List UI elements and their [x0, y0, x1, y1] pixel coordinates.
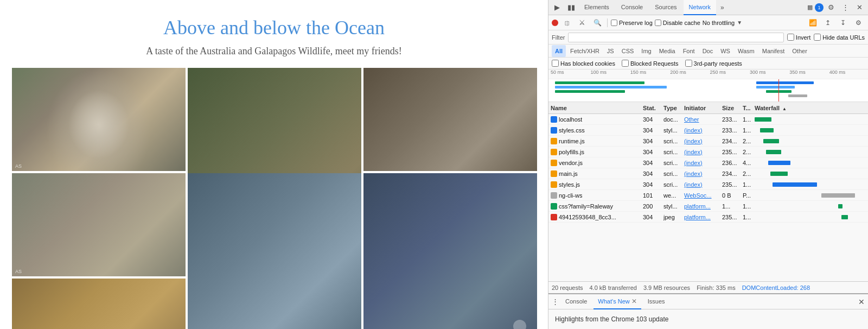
hide-data-urls-label[interactable]: Hide data URLs	[814, 34, 865, 41]
cell-initiator-6: (index)	[684, 181, 722, 188]
photo-koala	[12, 68, 186, 171]
type-tab-wasm[interactable]: Wasm	[735, 45, 758, 57]
bottom-menu-icon[interactable]: ⋮	[552, 298, 559, 306]
filter-input[interactable]	[568, 33, 783, 42]
settings-icon[interactable]: ⚙	[825, 1, 838, 14]
cell-waterfall-6	[755, 179, 866, 190]
photo-iguana	[363, 68, 537, 171]
import-icon[interactable]: ↥	[821, 16, 834, 29]
cell-size-2: 234...	[722, 138, 743, 144]
tab-console[interactable]: Console	[616, 0, 648, 15]
type-tab-doc[interactable]: Doc	[699, 45, 717, 57]
type-tab-img[interactable]: Img	[638, 45, 654, 57]
header-initiator[interactable]: Initiator	[684, 105, 722, 111]
cell-time-7: P...	[743, 192, 755, 199]
close-devtools-icon[interactable]: ✕	[853, 1, 866, 14]
cell-initiator-9: platform...	[684, 214, 722, 220]
table-row[interactable]: styles.js 304 scri... (index) 235... 1..…	[548, 179, 868, 190]
blocked-requests-label[interactable]: Blocked Requests	[622, 60, 679, 67]
table-row[interactable]: localhost 304 doc... Other 233... 1...	[548, 114, 868, 125]
export-icon[interactable]: ↧	[837, 16, 850, 29]
header-status[interactable]: Stat.	[643, 105, 663, 111]
type-tab-fetch[interactable]: Fetch/XHR	[567, 45, 603, 57]
preserve-log-label[interactable]: Preserve log	[611, 20, 653, 26]
filter-icon[interactable]: ⚔	[576, 16, 589, 29]
record-icon[interactable]	[552, 20, 558, 26]
tab-more[interactable]: »	[717, 4, 727, 11]
settings2-icon[interactable]: ⚙	[852, 16, 865, 29]
search-icon[interactable]: 🔍	[591, 16, 604, 29]
type-tab-manifest[interactable]: Manifest	[759, 45, 788, 57]
whats-new-close[interactable]: ✕	[631, 298, 637, 305]
manta-image	[363, 173, 537, 329]
table-row[interactable]: vendor.js 304 scri... (index) 236... 4..…	[548, 157, 868, 168]
cell-size-3: 235...	[722, 149, 743, 155]
blocked-requests-checkbox[interactable]	[622, 60, 629, 67]
type-tab-all[interactable]: All	[552, 45, 566, 57]
invert-label[interactable]: Invert	[787, 34, 811, 41]
cell-size-5: 234...	[722, 170, 743, 177]
cell-type-4: scri...	[663, 160, 684, 166]
cell-name-2: runtime.js	[551, 138, 643, 144]
device-icon[interactable]: ▮▮	[565, 1, 578, 14]
has-blocked-cookies-checkbox[interactable]	[552, 60, 559, 67]
cell-size-4: 236...	[722, 160, 743, 166]
tl-bar-5	[756, 86, 795, 88]
cell-type-1: styl...	[663, 127, 684, 134]
bottom-tab-console[interactable]: Console	[561, 294, 591, 309]
table-row[interactable]: styles.css 304 styl... (index) 233... 1.…	[548, 125, 868, 136]
table-row[interactable]: ng-cli-ws 101 we... WebSoc... 0 B P...	[548, 190, 868, 201]
cell-time-1: 1...	[743, 127, 755, 134]
cell-type-7: we...	[663, 192, 684, 199]
type-tab-ws[interactable]: WS	[717, 45, 733, 57]
cell-initiator-4: (index)	[684, 160, 722, 166]
table-row[interactable]: css?family=Raleway 200 styl... platform.…	[548, 201, 868, 212]
more-options-icon[interactable]: ⋮	[839, 1, 852, 14]
header-size[interactable]: Size	[722, 105, 743, 111]
header-time[interactable]: T...	[743, 105, 755, 111]
row-icon-9	[551, 214, 557, 220]
row-icon-6	[551, 181, 557, 188]
cell-name-8: css?family=Raleway	[551, 203, 643, 210]
bottom-panel-close[interactable]: ✕	[858, 298, 865, 306]
type-tab-font[interactable]: Font	[680, 45, 698, 57]
disable-cache-label[interactable]: Disable cache	[655, 20, 700, 26]
type-tab-other[interactable]: Other	[789, 45, 810, 57]
cell-size-6: 235...	[722, 181, 743, 188]
throttle-dropdown-arrow[interactable]: ▼	[737, 20, 742, 26]
preserve-log-checkbox[interactable]	[611, 20, 617, 26]
tab-sources[interactable]: Sources	[649, 0, 682, 15]
tab-elements[interactable]: Elements	[579, 0, 615, 15]
bottom-tab-issues[interactable]: Issues	[643, 294, 669, 309]
invert-checkbox[interactable]	[787, 34, 794, 41]
table-row[interactable]: main.js 304 scri... (index) 234... 2...	[548, 168, 868, 179]
transferred-size: 4.0 kB transferred	[589, 284, 636, 291]
console-badge: 1	[815, 3, 824, 12]
type-tab-js[interactable]: JS	[604, 45, 617, 57]
header-type[interactable]: Type	[663, 105, 684, 111]
cell-type-9: jpeg	[663, 214, 684, 220]
wf-bar-6	[773, 182, 817, 187]
hide-data-urls-checkbox[interactable]	[814, 34, 821, 41]
clear-icon[interactable]: ⎅	[560, 16, 573, 29]
third-party-label[interactable]: 3rd-party requests	[685, 60, 742, 67]
cell-name-9: 49412593648_8cc3...	[551, 214, 643, 220]
header-waterfall[interactable]: Waterfall ▲	[755, 105, 866, 111]
type-tab-media[interactable]: Media	[656, 45, 679, 57]
tab-network[interactable]: Network	[684, 0, 716, 15]
table-row[interactable]: 49412593648_8cc3... 304 jpeg platform...…	[548, 212, 868, 223]
wifi-icon[interactable]: 📶	[806, 16, 819, 29]
third-party-checkbox[interactable]	[685, 60, 692, 67]
dom-content-loaded[interactable]: DOMContentLoaded: 268	[742, 284, 810, 291]
inspect-icon[interactable]: ▶	[551, 1, 564, 14]
table-row[interactable]: runtime.js 304 scri... (index) 234... 2.…	[548, 136, 868, 147]
table-row[interactable]: polyfills.js 304 scri... (index) 235... …	[548, 147, 868, 157]
cell-name-1: styles.css	[551, 127, 643, 134]
bottom-tab-whats-new[interactable]: What's New ✕	[593, 294, 641, 309]
cell-status-3: 304	[643, 149, 663, 155]
disable-cache-checkbox[interactable]	[655, 20, 661, 26]
type-tab-css[interactable]: CSS	[618, 45, 637, 57]
header-name[interactable]: Name	[551, 105, 643, 111]
has-blocked-cookies-label[interactable]: Has blocked cookies	[552, 60, 615, 67]
cell-status-4: 304	[643, 160, 663, 166]
